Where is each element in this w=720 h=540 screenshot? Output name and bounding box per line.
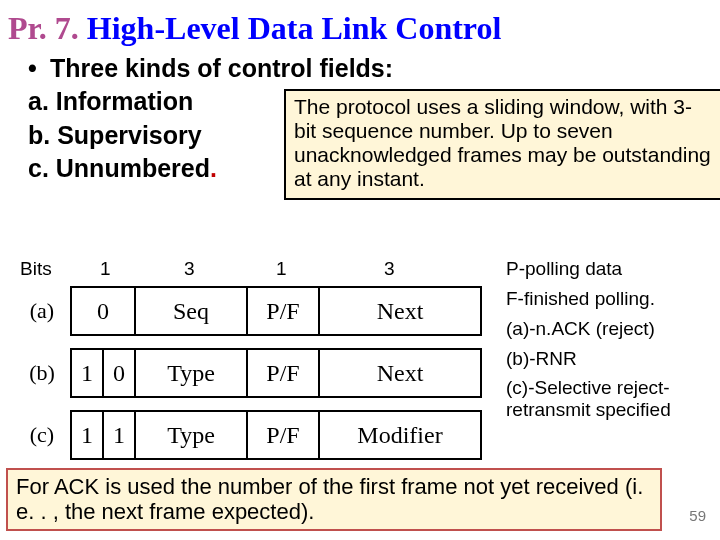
cell-c-pf: P/F (247, 411, 319, 459)
table-row: (b) 1 0 Type P/F Next (14, 349, 481, 397)
cell-a-last: Next (319, 287, 481, 335)
cell-a-bit: 0 (71, 287, 135, 335)
bits-c1: 1 (100, 258, 111, 280)
row-label-c: (c) (14, 411, 71, 459)
cell-b-seq: Type (135, 349, 247, 397)
cell-a-pf: P/F (247, 287, 319, 335)
note-b: (b)-RNR (506, 348, 712, 370)
note-a: (a)-n.ACK (reject) (506, 318, 712, 340)
note-f: F-finished polling. (506, 288, 712, 310)
table-row: (a) 0 Seq P/F Next (14, 287, 481, 335)
cell-c-bit1: 1 (71, 411, 103, 459)
footer-box: For ACK is used the number of the first … (6, 468, 662, 531)
protocol-box: The protocol uses a sliding window, with… (284, 89, 720, 200)
bullet-heading: •Three kinds of control fields: (28, 53, 720, 84)
bits-c2: 3 (184, 258, 195, 280)
cell-b-pf: P/F (247, 349, 319, 397)
cell-b-bit2: 0 (103, 349, 135, 397)
page-number: 59 (689, 507, 706, 524)
side-notes: P-polling data F-finished polling. (a)-n… (506, 258, 712, 429)
cell-c-seq: Type (135, 411, 247, 459)
note-p: P-polling data (506, 258, 712, 280)
cell-c-bit2: 1 (103, 411, 135, 459)
cell-c-last: Modifier (319, 411, 481, 459)
row-label-a: (a) (14, 287, 71, 335)
row-label-b: (b) (14, 349, 71, 397)
table-row: (c) 1 1 Type P/F Modifier (14, 411, 481, 459)
red-dot: . (210, 154, 217, 182)
cell-a-seq: Seq (135, 287, 247, 335)
cell-b-last: Next (319, 349, 481, 397)
slide-title: Pr. 7. High-Level Data Link Control (8, 10, 712, 47)
cell-b-bit1: 1 (71, 349, 103, 397)
title-main: High-Level Data Link Control (87, 10, 502, 46)
bullet-dot-icon: • (28, 53, 50, 84)
bits-c4: 3 (384, 258, 395, 280)
frame-table: (a) 0 Seq P/F Next (b) 1 0 Type P/F Next… (14, 286, 482, 460)
note-c: (c)-Selective reject- retransmit specifi… (506, 377, 712, 421)
title-prefix: Pr. 7. (8, 10, 79, 46)
bits-c3: 1 (276, 258, 287, 280)
bits-label: Bits (20, 258, 52, 280)
